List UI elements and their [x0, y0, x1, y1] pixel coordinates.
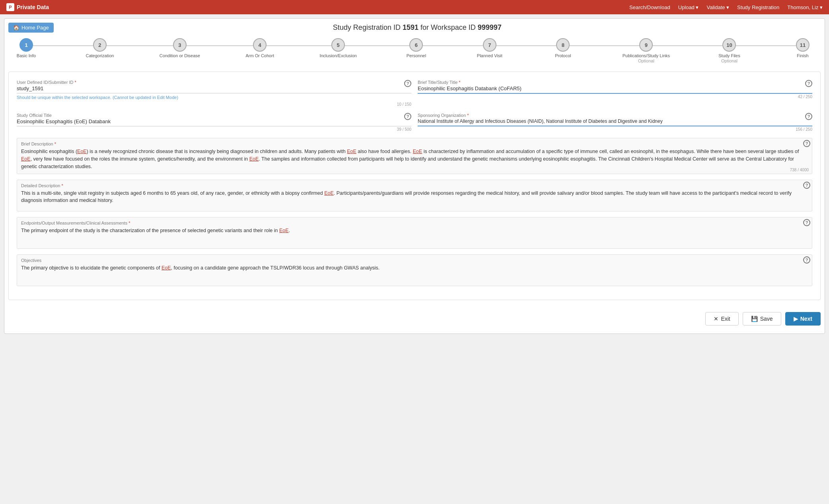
user-defined-id-count: 10 / 150: [17, 102, 411, 107]
nav-study-registration[interactable]: Study Registration: [737, 4, 779, 10]
step-11[interactable]: 11 Finish: [789, 38, 817, 58]
detailed-desc-text: This is a multi-site, single visit regis…: [21, 190, 802, 205]
brief-title-group: Brief Title/Study Title * Eosinophilic E…: [418, 80, 812, 107]
page-header: 🏠 Home Page Study Registration ID 1591 f…: [8, 23, 821, 33]
objectives-label: Objectives: [21, 258, 802, 263]
main-container: 🏠 Home Page Study Registration ID 1591 f…: [4, 18, 825, 334]
objectives-field[interactable]: Objectives The primary objective is to e…: [17, 254, 812, 286]
study-official-title-group: Study Official Title Eosinophilic Esopha…: [17, 113, 411, 132]
home-button[interactable]: 🏠 Home Page: [8, 23, 54, 33]
steps-container: 1 Basic Info 2 Categorization 3 Conditio…: [8, 38, 821, 64]
save-label: Save: [760, 316, 773, 322]
step-10[interactable]: 10 Study Files Optional: [715, 38, 743, 64]
step-circle-1: 1: [19, 38, 33, 52]
step-label-9: Publications/Study Links Optional: [623, 53, 670, 64]
endpoints-label: Endpoints/Output Measurements/Clinical A…: [21, 221, 802, 225]
exit-icon: ✕: [714, 316, 718, 322]
exit-label: Exit: [721, 316, 730, 322]
nav-search-download[interactable]: Search/Download: [629, 4, 670, 10]
endpoints-help-icon[interactable]: ?: [803, 219, 810, 226]
step-label-11: Finish: [797, 53, 808, 58]
step-2[interactable]: 2 Categorization: [86, 38, 114, 58]
workspace-id: 999997: [478, 23, 502, 31]
study-id: 1591: [403, 23, 418, 31]
step-9[interactable]: 9 Publications/Study Links Optional: [623, 38, 670, 64]
home-icon: 🏠: [13, 25, 19, 31]
nav-user[interactable]: Thomson, Liz ▾: [787, 4, 823, 10]
exit-button[interactable]: ✕ Exit: [705, 312, 738, 326]
next-button[interactable]: ▶ Next: [785, 312, 821, 326]
sponsoring-org-group: Sponsoring Organization * National Insti…: [418, 113, 812, 132]
detailed-desc-label: Detailed Description *: [21, 183, 802, 188]
objectives-text: The primary objective is to elucidate th…: [21, 264, 802, 272]
nav-validate[interactable]: Validate ▾: [706, 4, 729, 10]
brief-desc-field[interactable]: Brief Description * Eosinophilic esophag…: [17, 138, 812, 174]
endpoints-text: The primary endpoint of the study is the…: [21, 227, 802, 235]
next-label: Next: [800, 316, 812, 322]
user-defined-id-value[interactable]: study_1591: [17, 85, 411, 93]
bottom-actions: ✕ Exit 💾 Save ▶ Next: [8, 308, 821, 330]
brand-icon: P: [6, 3, 14, 11]
study-official-title-value[interactable]: Eosinophilic Esophagitis (EoE) Databank: [17, 118, 411, 126]
step-3[interactable]: 3 Condition or Disease: [160, 38, 200, 58]
brand: P Private Data: [6, 3, 49, 11]
step-circle-7: 7: [483, 38, 496, 52]
step-label-3: Condition or Disease: [160, 53, 200, 58]
detailed-desc-help-icon[interactable]: ?: [803, 182, 810, 189]
step-7[interactable]: 7 Planned Visit: [476, 38, 504, 58]
user-defined-id-group: User Defined ID/Submitter ID * study_159…: [17, 80, 411, 107]
navbar: P Private Data Search/Download Upload ▾ …: [0, 0, 829, 14]
step-circle-2: 2: [93, 38, 107, 52]
brief-title-label: Brief Title/Study Title *: [418, 80, 812, 85]
step-circle-8: 8: [556, 38, 570, 52]
step-circle-5: 5: [331, 38, 345, 52]
step-label-10: Study Files Optional: [718, 53, 740, 64]
step-label-7: Planned Visit: [477, 53, 502, 58]
brief-title-value[interactable]: Eosinophilic Esophagitis Databank (CoFAR…: [418, 85, 812, 94]
step-label-5: Inclusion/Exclusion: [319, 53, 357, 58]
form-area: User Defined ID/Submitter ID * study_159…: [8, 72, 821, 300]
step-1[interactable]: 1 Basic Info: [12, 38, 40, 58]
sponsoring-org-label: Sponsoring Organization *: [418, 113, 812, 118]
brief-desc-help-icon[interactable]: ?: [803, 140, 810, 147]
brief-desc-label: Brief Description *: [21, 142, 802, 146]
brief-desc-text: Eosinophilic esophagitis (EoE) is a newl…: [21, 148, 802, 170]
step-4[interactable]: 4 Arm Or Cohort: [245, 38, 274, 58]
sponsoring-org-count: 156 / 250: [418, 127, 812, 132]
step-8[interactable]: 8 Protocol: [549, 38, 577, 58]
step-circle-3: 3: [173, 38, 187, 52]
step-circle-4: 4: [253, 38, 267, 52]
brief-title-count: 42 / 250: [418, 95, 812, 99]
page-title: Study Registration ID 1591 for Workspace…: [54, 23, 781, 32]
save-icon: 💾: [751, 316, 758, 322]
step-circle-6: 6: [409, 38, 423, 52]
study-official-title-label: Study Official Title: [17, 113, 411, 118]
save-button[interactable]: 💾 Save: [743, 312, 781, 326]
study-official-title-count: 39 / 500: [17, 127, 411, 132]
objectives-help-icon[interactable]: ?: [803, 256, 810, 264]
brief-desc-count: 738 / 4000: [790, 168, 809, 172]
navbar-links: Search/Download Upload ▾ Validate ▾ Stud…: [629, 4, 823, 10]
step-label-8: Protocol: [555, 53, 571, 58]
nav-upload[interactable]: Upload ▾: [678, 4, 699, 10]
step-5[interactable]: 5 Inclusion/Exclusion: [319, 38, 357, 58]
user-defined-id-label: User Defined ID/Submitter ID *: [17, 80, 411, 85]
detailed-desc-field[interactable]: Detailed Description * This is a multi-s…: [17, 180, 812, 211]
user-defined-id-hint: Should be unique within the selected wor…: [17, 95, 411, 101]
top-fields-row1: User Defined ID/Submitter ID * study_159…: [17, 80, 812, 107]
step-label-4: Arm Or Cohort: [245, 53, 274, 58]
top-fields-row2: Study Official Title Eosinophilic Esopha…: [17, 113, 812, 132]
step-label-1: Basic Info: [17, 53, 36, 58]
next-icon: ▶: [794, 316, 798, 322]
step-label-2: Categorization: [86, 53, 114, 58]
step-label-6: Personnel: [407, 53, 426, 58]
step-circle-10: 10: [722, 38, 736, 52]
endpoints-field[interactable]: Endpoints/Output Measurements/Clinical A…: [17, 217, 812, 249]
sponsoring-org-value[interactable]: National Institute of Allergy and Infect…: [418, 118, 812, 126]
brand-text: Private Data: [17, 4, 49, 10]
step-circle-11: 11: [796, 38, 810, 52]
step-6[interactable]: 6 Personnel: [402, 38, 430, 58]
step-circle-9: 9: [639, 38, 653, 52]
